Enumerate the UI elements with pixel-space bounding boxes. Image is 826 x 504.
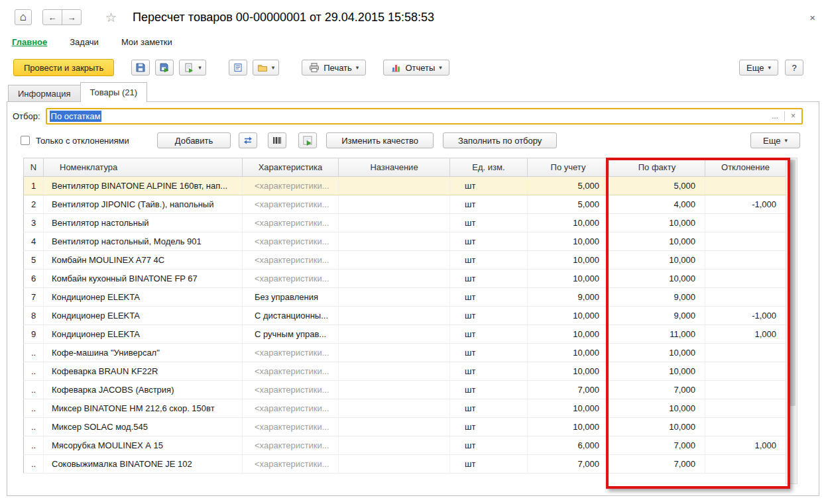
document-structure-button[interactable] — [229, 60, 247, 76]
menu-item-tasks[interactable]: Задачи — [70, 37, 99, 47]
reports-button[interactable]: Отчеты ▾ — [383, 60, 449, 76]
tab-goods[interactable]: Товары (21) — [80, 82, 147, 102]
table-cell — [705, 177, 786, 195]
table-cell: шт — [450, 214, 528, 232]
column-header[interactable]: Ед. изм. — [450, 158, 528, 177]
column-header[interactable]: По факту — [609, 158, 705, 177]
table-row[interactable]: 6Комбайн кухонный BINATONE FP 67<характе… — [24, 270, 786, 288]
only-deviations-checkbox[interactable] — [21, 136, 30, 145]
filter-field-buttons: ... × — [768, 111, 799, 121]
fill-button[interactable] — [298, 132, 317, 148]
help-button[interactable]: ? — [785, 60, 803, 76]
window-close-button[interactable]: × — [809, 12, 815, 23]
table-cell: 1 — [24, 177, 44, 195]
table-cell: Вентилятор настольный, Модель 901 — [44, 232, 243, 251]
column-header[interactable]: По учету — [528, 158, 609, 177]
table-cell: 6 — [24, 270, 44, 288]
save-icon — [135, 62, 146, 73]
table-cell: 10,000 — [609, 418, 705, 436]
back-button[interactable]: ← — [42, 9, 62, 25]
more-button[interactable]: Еще ▾ — [739, 60, 778, 76]
table-row[interactable]: ..Миксер BINATONE HM 212,6 скор. 150вт<х… — [24, 399, 786, 418]
table-cell: С ручным управ... — [243, 325, 339, 344]
create-based-on-button[interactable]: ▾ — [179, 60, 206, 76]
attachments-button[interactable]: ▾ — [253, 60, 280, 76]
table-cell — [339, 214, 450, 232]
table-cell — [705, 399, 786, 418]
table-row[interactable]: 9Кондиционер ELEKTAС ручным управ...шт10… — [24, 325, 786, 344]
titlebar: ⌂ ← → ☆ Пересчет товаров 00-00000001 от … — [15, 7, 815, 28]
scrollbar-thumb[interactable] — [788, 160, 796, 406]
table-row[interactable]: 3Вентилятор настольный<характеристики...… — [24, 214, 786, 232]
table-cell — [339, 399, 450, 418]
column-header[interactable]: Характеристика — [243, 158, 339, 177]
left-arrow-icon: ← — [48, 13, 57, 23]
column-header[interactable]: Номенклатура — [44, 158, 243, 177]
related-documents-button[interactable] — [239, 132, 257, 148]
table-cell: <характеристики... — [243, 232, 339, 251]
menu-item-notes[interactable]: Мои заметки — [121, 37, 172, 47]
table-row[interactable]: ..Кофе-машина "Универсал"<характеристики… — [24, 344, 786, 362]
filter-input[interactable]: По остаткам ... × — [46, 108, 803, 125]
change-quality-button[interactable]: Изменить качество — [326, 132, 434, 148]
table-cell: .. — [24, 399, 44, 418]
table-cell — [339, 418, 450, 436]
table-row[interactable]: ..Кофеварка BRAUN KF22R<характеристики..… — [24, 362, 786, 381]
favorite-star-icon[interactable]: ☆ — [105, 10, 117, 25]
table-row[interactable]: 8Кондиционер ELEKTAС дистанционны...шт10… — [24, 307, 786, 325]
menu-item-main[interactable]: Главное — [12, 37, 47, 47]
column-header[interactable]: Отклонение — [705, 158, 786, 177]
filter-row: Отбор: По остаткам ... × — [13, 107, 803, 125]
table-row[interactable]: ..Кофеварка JACOBS (Австрия)<характерист… — [24, 381, 786, 399]
list-more-button[interactable]: Еще ▾ — [750, 132, 800, 148]
table-row[interactable]: 2Вентилятор JIPONIC (Тайв.), напольный<х… — [24, 195, 786, 214]
table-cell: 7,000 — [609, 436, 705, 455]
print-button[interactable]: Печать ▾ — [302, 60, 366, 76]
filter-clear-button[interactable]: × — [788, 111, 799, 121]
table-cell — [705, 232, 786, 251]
column-header[interactable]: N — [24, 158, 44, 177]
table-cell — [705, 418, 786, 436]
chevron-down-icon: ▾ — [784, 138, 788, 144]
table-cell — [339, 251, 450, 270]
fill-by-selection-button[interactable]: Заполнить по отбору — [443, 132, 557, 148]
table-cell: 7,000 — [609, 455, 705, 474]
post-button[interactable] — [155, 60, 174, 76]
table-cell: .. — [24, 362, 44, 381]
table-row[interactable]: 1Вентилятор BINATONE ALPINE 160вт, нап..… — [24, 177, 786, 195]
forward-button[interactable]: → — [62, 9, 82, 25]
table-cell: Вентилятор JIPONIC (Тайв.), напольный — [44, 195, 243, 214]
table-row[interactable]: 7Кондиционер ELEKTAБез управленияшт9,000… — [24, 288, 786, 307]
table-cell: <характеристики... — [243, 270, 339, 288]
vertical-scrollbar[interactable] — [786, 158, 797, 484]
table-cell: С дистанционны... — [243, 307, 339, 325]
table-cell: Кондиционер ELEKTA — [44, 325, 243, 344]
tab-information[interactable]: Информация — [8, 85, 81, 102]
table-row[interactable]: 5Комбайн MOULINEX A77 4C<характеристики.… — [24, 251, 786, 270]
home-button[interactable]: ⌂ — [15, 9, 32, 25]
table-cell: шт — [450, 307, 528, 325]
only-deviations-label[interactable]: Только с отклонениями — [36, 136, 129, 146]
barcode-scanner-button[interactable] — [268, 132, 286, 148]
table-row[interactable]: 4Вентилятор настольный, Модель 901<харак… — [24, 232, 786, 251]
table-cell — [705, 362, 786, 381]
table-cell: 2 — [24, 195, 44, 214]
filter-choose-button[interactable]: ... — [768, 111, 782, 121]
table-cell: 6,000 — [528, 436, 609, 455]
table-row[interactable]: ..Соковыжималка BINATONE JE 102<характер… — [24, 455, 786, 474]
table-row[interactable]: ..Мясорубка MOULINEX А 15<характеристики… — [24, 436, 786, 455]
table-cell: 10,000 — [609, 362, 705, 381]
table-cell: Вентилятор BINATONE ALPINE 160вт, нап... — [44, 177, 243, 195]
save-button[interactable] — [131, 60, 150, 76]
table-cell: 5,000 — [609, 177, 705, 195]
table-cell: 10,000 — [528, 418, 609, 436]
post-and-close-button[interactable]: Провести и закрыть — [13, 59, 114, 76]
table-cell: шт — [450, 455, 528, 474]
table-row[interactable]: ..Миксер SOLAC мод.545<характеристики...… — [24, 418, 786, 436]
table-cell: 10,000 — [609, 251, 705, 270]
table-cell: 10,000 — [528, 344, 609, 362]
add-button[interactable]: Добавить — [157, 132, 231, 148]
document-structure-icon — [233, 62, 243, 73]
column-header[interactable]: Назначение — [339, 158, 450, 177]
table-cell — [339, 344, 450, 362]
